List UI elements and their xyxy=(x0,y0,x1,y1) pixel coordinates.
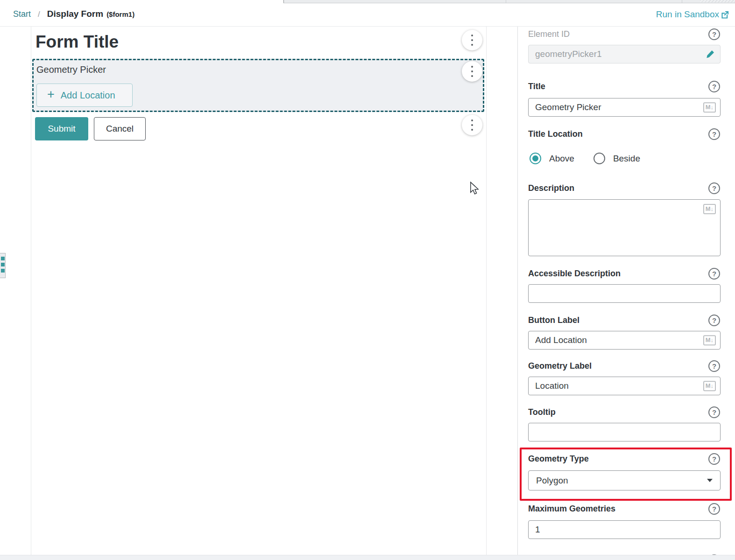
geometry-picker-element[interactable]: Geometry Picker + Add Location xyxy=(32,59,484,112)
add-location-label: Add Location xyxy=(61,90,115,101)
help-icon[interactable]: ? xyxy=(708,453,720,465)
kebab-icon xyxy=(471,119,473,121)
external-link-icon xyxy=(721,10,729,19)
radio-selected-icon xyxy=(530,153,541,164)
help-icon[interactable]: ? xyxy=(708,315,720,326)
header-bar: Start / Display Form ($form1) Run in San… xyxy=(0,0,735,27)
strip-texture xyxy=(700,0,735,2)
form-title[interactable]: Form Title xyxy=(35,32,119,52)
help-icon[interactable]: ? xyxy=(708,128,720,140)
help-icon[interactable]: ? xyxy=(708,81,720,92)
geometry-type-value: Polygon xyxy=(536,476,568,486)
geometry-label-label: Geometry Label xyxy=(528,361,592,371)
title-location-label: Title Location xyxy=(528,129,583,139)
geometry-type-dropdown[interactable]: Polygon xyxy=(528,470,721,490)
breadcrumb-start-link[interactable]: Start xyxy=(13,9,31,19)
markdown-icon[interactable]: M↓ xyxy=(703,381,716,391)
help-icon[interactable]: ? xyxy=(708,503,720,515)
cancel-button[interactable]: Cancel xyxy=(94,117,146,140)
help-icon[interactable]: ? xyxy=(708,406,720,418)
title-input[interactable] xyxy=(528,98,721,117)
bottom-edge-strip xyxy=(0,555,735,560)
drag-handle-icon xyxy=(1,257,5,260)
run-in-sandbox-label: Run in Sandbox xyxy=(656,9,719,20)
geometry-label-input[interactable] xyxy=(528,377,721,395)
element-id-label: Element ID xyxy=(528,29,570,39)
plus-icon: + xyxy=(47,88,55,101)
form-canvas: Form Title Geometry Picker + Add Locatio… xyxy=(31,27,487,555)
radio-unselected-icon xyxy=(594,153,605,164)
accessible-description-label: Accessible Description xyxy=(528,269,621,279)
title-label: Title xyxy=(528,82,545,91)
markdown-icon[interactable]: M↓ xyxy=(703,204,716,214)
geometry-type-highlight: Geometry Type ? Polygon xyxy=(520,448,732,501)
markdown-icon[interactable]: M↓ xyxy=(703,102,716,112)
radio-beside[interactable]: Beside xyxy=(594,153,640,164)
kebab-icon xyxy=(471,66,473,68)
breadcrumb: Start / Display Form ($form1) xyxy=(13,9,134,19)
run-in-sandbox-link[interactable]: Run in Sandbox xyxy=(656,9,729,20)
radio-above[interactable]: Above xyxy=(530,153,574,164)
form-builder-app: Start / Display Form ($form1) Run in San… xyxy=(0,0,735,560)
form-actions-menu-button[interactable] xyxy=(462,115,482,135)
breadcrumb-current-page: Display Form xyxy=(47,9,103,19)
tooltip-label: Tooltip xyxy=(528,407,556,417)
geometry-type-label: Geometry Type xyxy=(528,454,589,464)
kebab-icon xyxy=(471,35,473,36)
edit-pencil-icon[interactable] xyxy=(706,49,715,59)
add-location-button[interactable]: + Add Location xyxy=(36,84,133,107)
description-label: Description xyxy=(528,183,574,193)
properties-panel: Element ID ? Title ? M↓ Title Location ?… xyxy=(517,27,735,555)
strip-divider xyxy=(506,0,506,3)
form-title-menu-button[interactable] xyxy=(462,30,482,50)
maximum-geometries-label: Maximum Geometries xyxy=(528,504,615,514)
tooltip-input[interactable] xyxy=(528,423,721,441)
help-icon[interactable]: ? xyxy=(708,360,720,372)
strip-divider xyxy=(682,0,682,3)
help-icon[interactable]: ? xyxy=(708,268,720,280)
markdown-icon[interactable]: M↓ xyxy=(703,335,716,345)
radio-beside-label: Beside xyxy=(613,154,640,164)
maximum-geometries-input[interactable] xyxy=(528,520,721,539)
radio-above-label: Above xyxy=(549,154,574,164)
window-edge-strip xyxy=(283,0,735,3)
button-label-label: Button Label xyxy=(528,315,580,325)
geometry-element-menu-button[interactable] xyxy=(462,61,482,82)
help-icon[interactable]: ? xyxy=(708,182,720,194)
geometry-picker-label: Geometry Picker xyxy=(36,64,106,75)
left-panel-handle[interactable] xyxy=(0,253,6,278)
submit-button[interactable]: Submit xyxy=(35,117,88,140)
help-icon[interactable]: ? xyxy=(708,28,720,40)
breadcrumb-form-id: ($form1) xyxy=(106,10,134,18)
chevron-down-icon xyxy=(707,479,713,482)
element-id-input[interactable] xyxy=(528,45,721,63)
button-label-input[interactable] xyxy=(528,331,721,350)
accessible-description-input[interactable] xyxy=(528,284,721,303)
description-textarea[interactable] xyxy=(528,199,721,256)
breadcrumb-separator: / xyxy=(38,10,40,19)
